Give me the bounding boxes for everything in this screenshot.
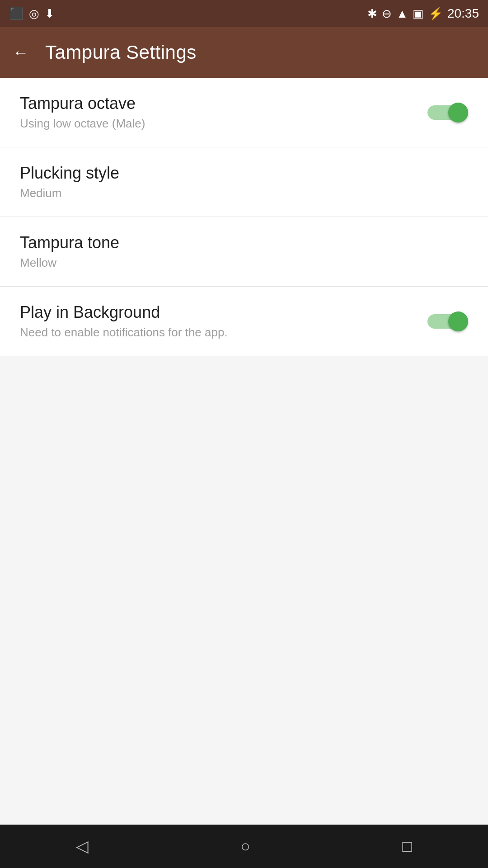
bottom-nav: ◁ ○ □ <box>0 825 488 868</box>
plucking-style-text: Plucking style Medium <box>20 164 468 200</box>
play-in-background-toggle[interactable] <box>427 311 468 331</box>
play-in-background-text: Play in Background Need to enable notifi… <box>20 303 427 340</box>
status-bar: ⬛ ◎ ⬇ ✱ ⊖ ▲ ▣ ⚡ 20:35 <box>0 0 488 27</box>
settings-list: Tampura octave Using low octave (Male) P… <box>0 78 488 356</box>
tampura-octave-toggle[interactable] <box>427 103 468 123</box>
battery-icon: ⚡ <box>428 7 443 21</box>
photo-icon: ⬛ <box>9 7 23 21</box>
tampura-tone-title: Tampura tone <box>20 233 468 252</box>
tampura-octave-item[interactable]: Tampura octave Using low octave (Male) <box>0 78 488 147</box>
plucking-style-subtitle: Medium <box>20 186 468 200</box>
status-bar-left: ⬛ ◎ ⬇ <box>9 7 55 21</box>
toggle-thumb <box>448 103 468 123</box>
dnd-icon: ⊖ <box>382 7 392 21</box>
plucking-style-item[interactable]: Plucking style Medium <box>0 147 488 217</box>
status-bar-right: ✱ ⊖ ▲ ▣ ⚡ 20:35 <box>367 6 479 21</box>
toggle-thumb <box>448 311 468 331</box>
tampura-octave-text: Tampura octave Using low octave (Male) <box>20 94 427 131</box>
tampura-tone-item[interactable]: Tampura tone Mellow <box>0 217 488 287</box>
status-time: 20:35 <box>447 6 479 21</box>
tampura-octave-title: Tampura octave <box>20 94 427 113</box>
app-bar: ← Tampura Settings <box>0 27 488 78</box>
page-title: Tampura Settings <box>45 42 197 63</box>
play-in-background-item[interactable]: Play in Background Need to enable notifi… <box>0 287 488 356</box>
play-in-background-title: Play in Background <box>20 303 427 322</box>
download-icon: ⬇ <box>45 7 55 21</box>
tampura-octave-subtitle: Using low octave (Male) <box>20 117 427 131</box>
back-button[interactable]: ← <box>13 43 29 62</box>
content-area <box>0 356 488 868</box>
sync-icon: ◎ <box>29 7 39 21</box>
signal-icon: ▣ <box>413 7 424 21</box>
nav-back-button[interactable]: ◁ <box>76 837 89 856</box>
nav-recent-button[interactable]: □ <box>402 837 412 856</box>
bluetooth-icon: ✱ <box>367 7 377 21</box>
wifi-icon: ▲ <box>396 7 408 21</box>
tampura-tone-subtitle: Mellow <box>20 256 468 270</box>
plucking-style-title: Plucking style <box>20 164 468 183</box>
play-in-background-subtitle: Need to enable notifications for the app… <box>20 326 427 340</box>
tampura-tone-text: Tampura tone Mellow <box>20 233 468 270</box>
nav-home-button[interactable]: ○ <box>240 837 250 856</box>
